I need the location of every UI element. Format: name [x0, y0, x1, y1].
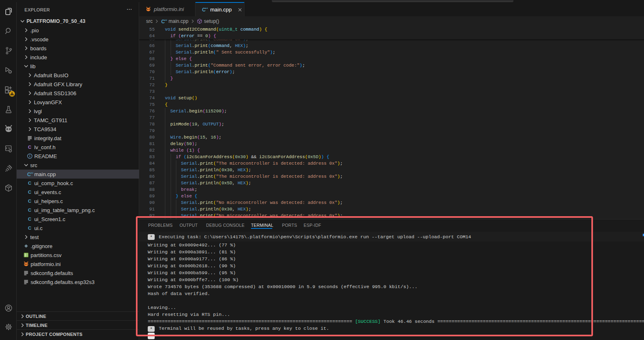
svg-text:++: ++: [31, 172, 33, 174]
svg-text:C: C: [28, 199, 31, 204]
svg-text:++: ++: [164, 18, 167, 21]
svg-text:C: C: [28, 145, 31, 150]
svg-text:++: ++: [205, 7, 208, 10]
svg-text:C: C: [28, 217, 31, 221]
svg-text:C: C: [28, 181, 31, 186]
svg-text:C: C: [28, 226, 31, 230]
svg-text:C: C: [28, 208, 31, 212]
svg-text:C: C: [28, 190, 31, 195]
